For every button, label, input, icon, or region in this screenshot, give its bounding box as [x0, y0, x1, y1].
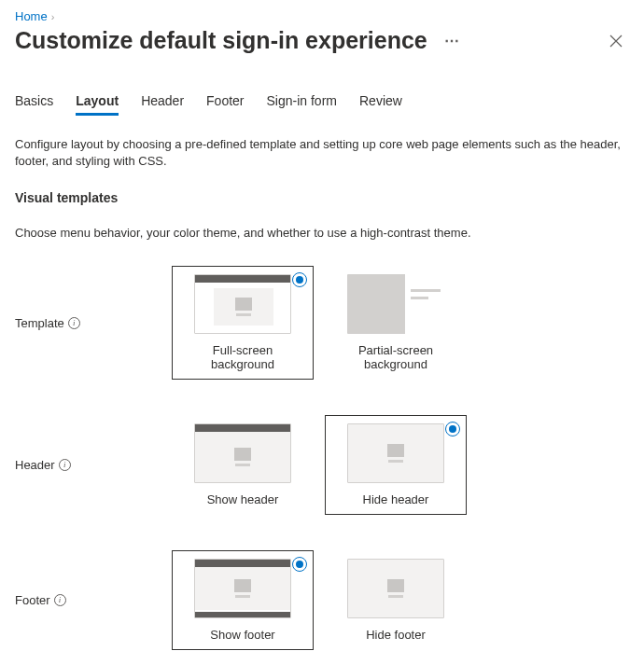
tabs: Basics Layout Header Footer Sign-in form… — [15, 88, 629, 116]
footer-show-thumbnail — [194, 559, 291, 618]
radio-selected-icon — [292, 557, 307, 572]
footer-options: Show footer Hide footer — [172, 550, 629, 650]
footer-option-hide[interactable]: Hide footer — [325, 550, 467, 650]
template-option-fullscreen[interactable]: Full-screen background — [172, 266, 314, 380]
footer-row-label: Footer i — [15, 593, 172, 607]
header-hide-thumbnail — [347, 423, 444, 483]
tab-header[interactable]: Header — [141, 88, 184, 116]
template-options: Full-screen background Partial-screen ba… — [172, 266, 629, 380]
footer-option-show[interactable]: Show footer — [172, 550, 314, 650]
more-button[interactable]: ⋯ — [439, 32, 466, 50]
radio-selected-icon — [292, 272, 307, 287]
header-label-text: Header — [15, 458, 55, 472]
template-option-caption: Partial-screen background — [333, 343, 458, 371]
visual-templates-description: Choose menu behavior, your color theme, … — [15, 226, 629, 240]
template-option-caption: Full-screen background — [180, 343, 305, 371]
header-row-label: Header i — [15, 458, 172, 472]
header-options: Show header Hide header — [172, 415, 629, 515]
breadcrumb-home-link[interactable]: Home — [15, 9, 48, 23]
close-icon — [609, 35, 623, 48]
header-option-hide[interactable]: Hide header — [325, 415, 467, 515]
footer-option-caption: Show footer — [180, 628, 305, 642]
tab-layout[interactable]: Layout — [76, 88, 119, 116]
close-button[interactable] — [603, 28, 629, 54]
visual-templates-heading: Visual templates — [15, 190, 629, 205]
tab-sign-in-form[interactable]: Sign-in form — [267, 88, 337, 116]
info-icon[interactable]: i — [68, 317, 80, 329]
footer-label-text: Footer — [15, 593, 50, 607]
breadcrumb: Home › — [15, 7, 629, 25]
template-partial-thumbnail — [347, 274, 444, 334]
header-option-caption: Show header — [180, 492, 305, 506]
footer-hide-thumbnail — [347, 559, 444, 618]
template-option-partial[interactable]: Partial-screen background — [325, 266, 467, 380]
header-option-show[interactable]: Show header — [172, 415, 314, 515]
info-icon[interactable]: i — [59, 459, 71, 471]
tab-review[interactable]: Review — [359, 88, 402, 116]
header-show-thumbnail — [194, 423, 291, 483]
footer-option-caption: Hide footer — [333, 628, 458, 642]
info-icon[interactable]: i — [54, 594, 66, 606]
chevron-right-icon: › — [51, 11, 55, 22]
layout-description: Configure layout by choosing a pre-defin… — [15, 136, 629, 170]
template-fullscreen-thumbnail — [194, 274, 291, 334]
page-title: Customize default sign-in experience — [15, 27, 427, 54]
tab-basics[interactable]: Basics — [15, 88, 53, 116]
tab-footer[interactable]: Footer — [206, 88, 244, 116]
radio-selected-icon — [445, 422, 460, 436]
template-row-label: Template i — [15, 316, 172, 330]
header-option-caption: Hide header — [333, 492, 458, 506]
template-label-text: Template — [15, 316, 64, 330]
